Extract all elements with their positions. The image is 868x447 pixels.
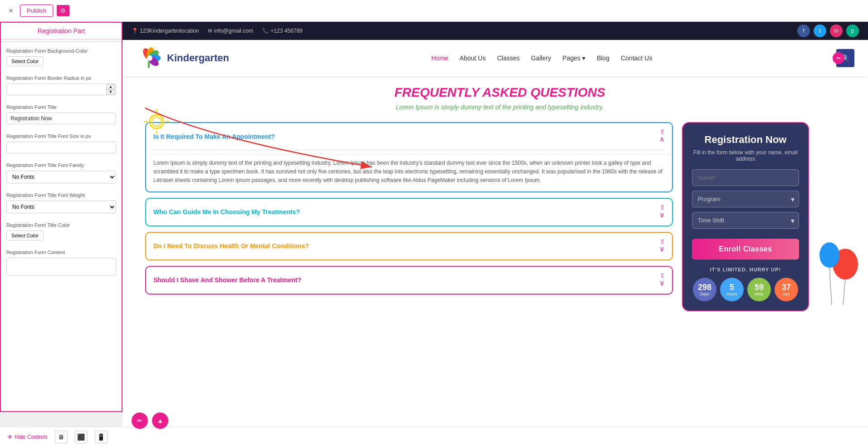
sidebar-title-font-size-input[interactable] bbox=[6, 142, 116, 153]
faq-list: Is It Required To Make An Appointment? ⣿… bbox=[145, 122, 673, 311]
float-up-button[interactable]: ▲ bbox=[152, 413, 168, 429]
enroll-classes-button[interactable]: Enroll Classes bbox=[692, 239, 799, 260]
countdown-hours-label: Hours bbox=[726, 292, 737, 296]
countdown-mins-circle: 59 Mins bbox=[747, 278, 771, 301]
close-button[interactable]: × bbox=[5, 5, 16, 16]
faq-toggle-3[interactable]: ∨ bbox=[659, 279, 665, 287]
svg-point-9 bbox=[152, 117, 161, 126]
topbar-phone: 📞 +123 456789 bbox=[262, 28, 303, 34]
sidebar-border-radius-input[interactable] bbox=[6, 84, 116, 95]
nav-links: Home About Us Classes Gallery Pages ▾ Bl… bbox=[247, 54, 836, 62]
reg-timeshift-select[interactable]: Time Shift bbox=[692, 212, 799, 229]
faq-toggle-0[interactable]: ∧ bbox=[659, 135, 665, 143]
sidebar-bg-color-label: Registration Form Background-Color bbox=[6, 48, 116, 54]
sidebar-border-radius-section: Registration Form Border Radius in px ▲ … bbox=[1, 71, 122, 100]
nav-edit-icon[interactable]: ✏ bbox=[833, 52, 844, 64]
main-page: 📍 123Kindergartenlocation ✉ info@gmail.c… bbox=[123, 22, 868, 429]
social-instagram[interactable]: in bbox=[830, 25, 843, 37]
nav-home[interactable]: Home bbox=[431, 54, 448, 62]
sidebar-form-title-input[interactable] bbox=[6, 113, 116, 124]
faq-answer-0: Lorem Ipsum is simply dummy text of the … bbox=[146, 154, 672, 192]
sidebar-title-font-size-label: Registration Form Title Font Size in px bbox=[6, 133, 116, 139]
sidebar-form-title-section: Registration Form Title bbox=[1, 100, 122, 129]
logo-text: Kindergarten bbox=[167, 52, 229, 64]
sidebar-title-font-weight-section: Registration Form Title Font Weight No F… bbox=[1, 188, 122, 218]
faq-toggle-2[interactable]: ∨ bbox=[659, 245, 665, 253]
nav-gallery[interactable]: Gallery bbox=[531, 54, 551, 62]
page-body: Frequently Asked Questions Lorem Ipsum i… bbox=[123, 76, 868, 320]
sidebar-title-font-family-label: Registration Form Title Font Family bbox=[6, 162, 116, 168]
sidebar-bg-color-btn[interactable]: Select Color bbox=[6, 56, 44, 66]
sidebar-bg-color-section: Registration Form Background-Color Selec… bbox=[1, 44, 122, 71]
reg-program-select[interactable]: Program bbox=[692, 191, 799, 207]
reg-name-input[interactable] bbox=[692, 169, 799, 186]
faq-header-2[interactable]: Do I Need To Discuss Health Or Mental Co… bbox=[146, 233, 672, 260]
faq-item-3: Should I Shave And Shower Before A Treat… bbox=[145, 266, 673, 295]
faq-title: Frequently Asked Questions bbox=[145, 85, 854, 100]
sidebar-form-content-label: Registration Form Content bbox=[6, 250, 116, 255]
sidebar-title-font-size-section: Registration Form Title Font Size in px bbox=[1, 129, 122, 158]
svg-point-5 bbox=[147, 55, 152, 61]
nav-pages[interactable]: Pages ▾ bbox=[563, 54, 586, 62]
faq-question-3: Should I Shave And Shower Before A Treat… bbox=[153, 276, 301, 284]
gear-button[interactable]: ⚙ bbox=[57, 5, 69, 16]
reg-card-subtitle: Fill in the form below with your name, e… bbox=[692, 149, 799, 162]
countdown-hours: 5 Hours bbox=[720, 278, 744, 301]
nav-contact[interactable]: Contact Us bbox=[621, 54, 652, 62]
sidebar: Registration Part Registration Form Back… bbox=[0, 22, 123, 412]
social-facebook[interactable]: f bbox=[797, 25, 810, 37]
topbar: 📍 123Kindergartenlocation ✉ info@gmail.c… bbox=[123, 22, 868, 40]
registration-card: Registration Now Fill in the form below … bbox=[682, 122, 809, 311]
svg-rect-6 bbox=[148, 61, 150, 68]
faq-body: Is It Required To Make An Appointment? ⣿… bbox=[145, 122, 854, 311]
faq-header-3[interactable]: Should I Shave And Shower Before A Treat… bbox=[146, 267, 672, 294]
faq-item-0: Is It Required To Make An Appointment? ⣿… bbox=[145, 122, 673, 192]
countdown-secs-value: 37 bbox=[782, 283, 791, 291]
balloons-svg bbox=[818, 219, 863, 309]
countdown-hours-value: 5 bbox=[730, 283, 734, 291]
faq-header-1[interactable]: Who Can Guide Me In Choosing My Treatmen… bbox=[146, 199, 672, 226]
faq-drag-icon-1: ⣿ bbox=[661, 205, 664, 210]
faq-toggle-1[interactable]: ∨ bbox=[659, 211, 665, 219]
sun-decoration bbox=[143, 108, 170, 137]
sidebar-title-color-btn[interactable]: Select Color bbox=[6, 231, 44, 241]
countdown-mins-label: Mins bbox=[755, 292, 763, 296]
nav-classes[interactable]: Classes bbox=[497, 54, 520, 62]
sidebar-title-font-weight-label: Registration Form Title Font Weight bbox=[6, 192, 116, 198]
sidebar-border-radius-down[interactable]: ▼ bbox=[106, 89, 115, 94]
faq-item-2: Do I Need To Discuss Health Or Mental Co… bbox=[145, 232, 673, 260]
countdown-hours-circle: 5 Hours bbox=[720, 278, 744, 301]
reg-timeshift-wrap: Time Shift bbox=[692, 212, 799, 229]
countdown-days-label: Days bbox=[700, 292, 710, 296]
countdown-days: 298 Days bbox=[693, 278, 716, 301]
svg-line-15 bbox=[843, 280, 845, 305]
countdown-mins-value: 59 bbox=[755, 283, 764, 291]
social-twitter[interactable]: t bbox=[814, 25, 826, 37]
svg-line-17 bbox=[829, 268, 832, 305]
sidebar-title-font-family-select[interactable]: No Fonts Arial Georgia Verdana bbox=[6, 171, 116, 183]
countdown-mins: 59 Mins bbox=[747, 278, 771, 301]
sidebar-title-font-weight-select[interactable]: No Fonts Normal Bold Light bbox=[6, 201, 116, 213]
sidebar-border-radius-up[interactable]: ▲ bbox=[106, 84, 115, 89]
sidebar-title-color-label: Registration Form Title Color bbox=[6, 222, 116, 228]
publish-button[interactable]: Publish bbox=[20, 5, 53, 17]
sidebar-form-content-section: Registration Form Content bbox=[1, 245, 122, 282]
social-pinterest[interactable]: p bbox=[846, 25, 859, 37]
reg-program-wrap: Program bbox=[692, 191, 799, 207]
faq-drag-icon-2: ⣿ bbox=[661, 239, 664, 244]
faq-header-0[interactable]: Is It Required To Make An Appointment? ⣿… bbox=[146, 123, 672, 150]
logo-svg bbox=[136, 44, 163, 72]
nav-blog[interactable]: Blog bbox=[597, 54, 609, 62]
topbar-left: 📍 123Kindergartenlocation ✉ info@gmail.c… bbox=[132, 28, 303, 34]
float-edit-button[interactable]: ✏ bbox=[132, 413, 148, 429]
main-nav: Kindergarten Home About Us Classes Galle… bbox=[123, 40, 868, 76]
nav-about[interactable]: About Us bbox=[460, 54, 486, 62]
limited-text: IT'S LIMITED. HURRY UP! bbox=[692, 267, 799, 272]
sidebar-title: Registration Part bbox=[1, 23, 122, 39]
faq-question-1: Who Can Guide Me In Choosing My Treatmen… bbox=[153, 208, 300, 216]
topbar-social: f t in p bbox=[797, 25, 859, 37]
sidebar-border-radius-label: Registration Form Border Radius in px bbox=[6, 75, 116, 81]
reg-card-title: Registration Now bbox=[692, 134, 799, 146]
countdown-days-value: 298 bbox=[698, 283, 711, 291]
sidebar-form-content-textarea[interactable] bbox=[6, 258, 116, 276]
